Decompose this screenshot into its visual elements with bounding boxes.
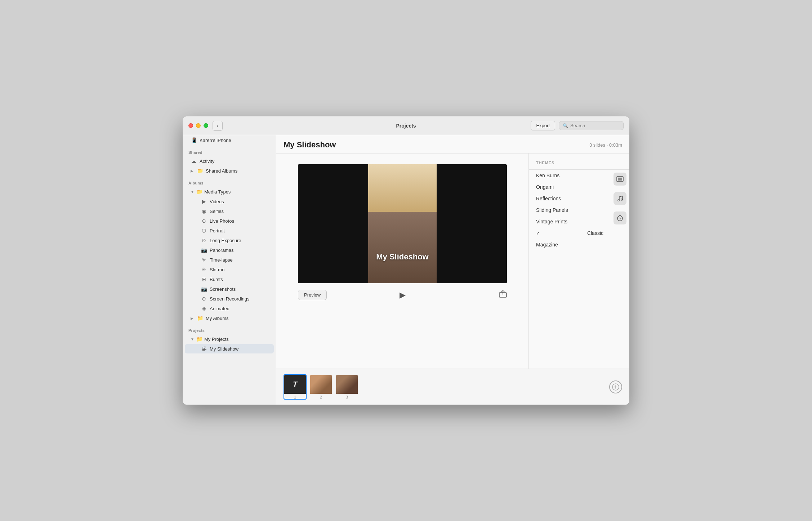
themes-side: Ken Burns Origami Reflections Sliding Pa… [529,170,629,250]
themes-list: Ken Burns Origami Reflections Sliding Pa… [529,170,611,250]
sidebar-item-screen-recordings[interactable]: ⊙ Screen Recordings [185,294,274,303]
theme-label: Sliding Panels [536,207,568,213]
slideshow-overlay-text: My Slideshow [368,252,437,262]
themes-icons [611,170,629,250]
sidebar-item-long-exposure[interactable]: ⊙ Long Exposure [185,236,274,245]
sidebar-item-label: Selfies [210,209,224,214]
theme-item-ken-burns[interactable]: Ken Burns [529,170,611,181]
theme-item-origami[interactable]: Origami [529,181,611,193]
screen-recordings-icon: ⊙ [201,296,207,302]
device-icon: 📱 [191,137,197,143]
back-button[interactable]: ‹ [213,121,223,131]
screenshots-icon: 📷 [201,286,207,292]
my-albums-icon: 📁 [197,315,203,321]
slide-panel-center: My Slideshow [368,164,437,283]
timer-icon[interactable] [614,211,626,224]
bursts-icon: ⊞ [201,276,207,282]
sidebar-item-selfies[interactable]: ◉ Selfies [185,206,274,216]
traffic-lights [188,123,208,128]
activity-icon: ☁ [191,158,197,164]
music-icon[interactable] [614,192,626,205]
svg-point-4 [621,199,623,200]
sidebar-item-device[interactable]: 📱 Karen's iPhone [185,135,274,145]
play-button[interactable]: ▶ [400,290,406,300]
search-box[interactable]: 🔍 [559,121,624,130]
sidebar-item-animated[interactable]: ◈ Animated [185,304,274,313]
sidebar-item-videos[interactable]: ▶ Videos [185,197,274,206]
sidebar-section-projects: Projects [183,323,276,334]
sidebar-item-label: Live Photos [210,218,234,224]
sidebar: 📱 Karen's iPhone Shared ☁ Activity ▶ 📁 S… [183,135,276,405]
sidebar-item-screenshots[interactable]: 📷 Screenshots [185,284,274,294]
sidebar-item-label: Animated [210,306,229,311]
minimize-button[interactable] [196,123,201,128]
slide-panel-right [437,164,507,283]
sidebar-item-bursts[interactable]: ⊞ Bursts [185,275,274,284]
filmstrip-num-3: 3 [336,395,358,399]
sidebar-item-media-types[interactable]: ▼ 📁 Media Types [185,187,274,196]
sidebar-item-label: Screen Recordings [210,296,250,302]
sidebar-item-time-lapse[interactable]: ✳ Time-lapse [185,255,274,264]
sidebar-item-my-projects[interactable]: ▼ 📁 My Projects [185,334,274,344]
filmstrip-item-2[interactable]: 2 [309,374,333,400]
filmstrip: T 1 2 3 [276,369,629,405]
slideshow-preview: My Slideshow [298,164,507,283]
sidebar-item-panoramas[interactable]: 📷 Panoramas [185,245,274,255]
theme-item-vintage-prints[interactable]: Vintage Prints [529,216,611,227]
content-header: My Slideshow 3 slides · 0:03m [276,135,629,153]
sidebar-section-shared: Shared [183,145,276,156]
sidebar-section-albums: Albums [183,176,276,187]
selfies-icon: ◉ [201,208,207,214]
chevron-right-icon: ▶ [191,316,193,320]
sidebar-item-label: My Slideshow [210,346,238,352]
sidebar-item-slo-mo[interactable]: ✳ Slo-mo [185,265,274,274]
content-body: My Slideshow Preview ▶ [276,153,629,369]
theme-label: Classic [587,230,603,236]
search-input[interactable] [570,123,620,128]
content-area: My Slideshow 3 slides · 0:03m My Slidesh… [276,135,629,405]
filmstrip-item-3[interactable]: 3 [335,374,358,400]
chevron-down-icon: ▼ [191,190,194,194]
child-photo [368,164,437,283]
filmstrip-num-1: 1 [284,395,306,399]
sidebar-item-label: Bursts [210,277,223,282]
sidebar-item-label: My Albums [206,316,229,321]
share-button[interactable] [499,290,507,300]
content-meta: 3 slides · 0:03m [589,142,622,148]
sidebar-item-label: Karen's iPhone [200,138,231,143]
svg-rect-2 [618,178,622,181]
sidebar-item-label: Screenshots [210,286,236,292]
content-title: My Slideshow [284,140,336,150]
theme-item-classic[interactable]: ✓ Classic [529,227,611,239]
sidebar-item-shared-albums[interactable]: ▶ 📁 Shared Albums [185,166,274,175]
sidebar-item-my-albums[interactable]: ▶ 📁 My Albums [185,313,274,323]
titlebar: ‹ Projects Export 🔍 [183,116,629,135]
sidebar-item-activity[interactable]: ☁ Activity [185,156,274,166]
videos-icon: ▶ [201,199,207,204]
sidebar-item-live-photos[interactable]: ⊙ Live Photos [185,216,274,226]
filmstrip-thumb-2 [310,375,332,394]
titlebar-actions: Export 🔍 [531,121,624,130]
slideshow-theme-icon[interactable] [614,173,626,186]
theme-item-magazine[interactable]: Magazine [529,239,611,250]
sidebar-item-my-slideshow[interactable]: 📽 My Slideshow [185,344,274,353]
slide-panel-left [298,164,368,283]
filmstrip-num-2: 2 [310,395,332,399]
slideshow-area: My Slideshow Preview ▶ [276,153,528,369]
theme-label: Vintage Prints [536,219,567,224]
sidebar-item-label: Panoramas [210,248,233,253]
slo-mo-icon: ✳ [201,267,207,272]
add-slide-button[interactable] [609,380,622,393]
preview-button[interactable]: Preview [298,290,327,300]
title-card-letter: T [293,380,297,388]
theme-item-sliding-panels[interactable]: Sliding Panels [529,204,611,216]
theme-label: Origami [536,184,554,190]
sidebar-item-label: Slo-mo [210,267,224,272]
chevron-down-icon: ▼ [191,337,194,341]
theme-item-reflections[interactable]: Reflections [529,193,611,204]
sidebar-item-portrait[interactable]: ⬡ Portrait [185,226,274,235]
close-button[interactable] [188,123,193,128]
filmstrip-item-1[interactable]: T 1 [284,374,307,400]
maximize-button[interactable] [204,123,208,128]
export-button[interactable]: Export [531,121,555,130]
